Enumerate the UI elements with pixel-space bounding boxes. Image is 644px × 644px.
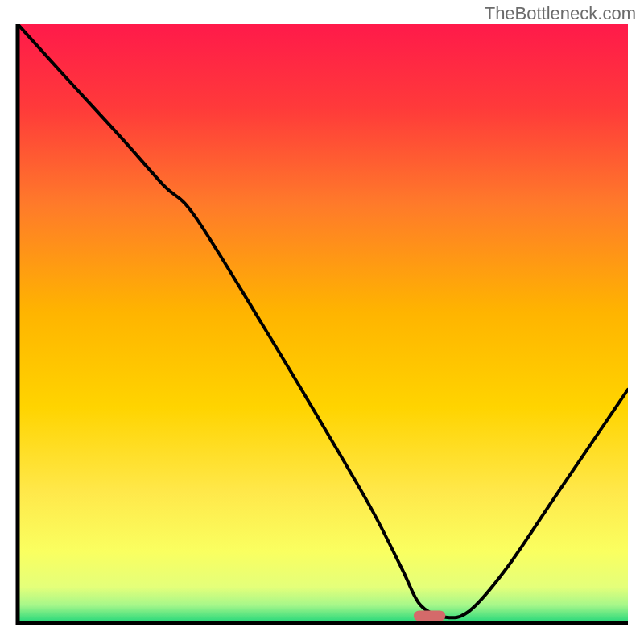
optimum-marker xyxy=(414,610,445,621)
chart-svg xyxy=(0,0,644,644)
bottleneck-chart: TheBottleneck.com xyxy=(0,0,644,644)
plot-background xyxy=(18,24,628,623)
